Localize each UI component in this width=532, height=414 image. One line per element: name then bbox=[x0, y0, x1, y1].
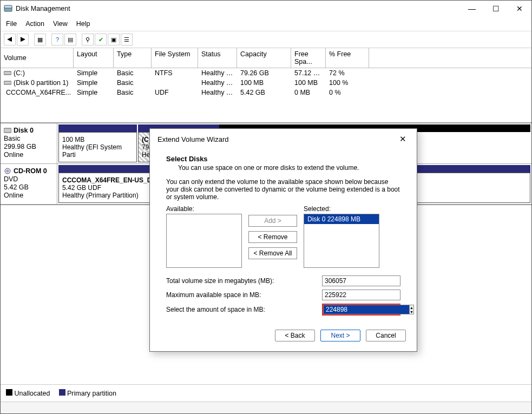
drive-icon bbox=[4, 80, 11, 86]
cancel-button[interactable]: Cancel bbox=[366, 330, 406, 341]
available-label: Available: bbox=[166, 205, 242, 213]
settings-icon[interactable]: ▣ bbox=[108, 34, 120, 45]
app-icon bbox=[4, 4, 12, 13]
menu-file[interactable]: File bbox=[6, 20, 17, 28]
drive-icon bbox=[4, 70, 11, 76]
amount-label: Select the amount of space in MB: bbox=[166, 306, 265, 313]
col-filesystem[interactable]: File System bbox=[152, 48, 198, 68]
svg-point-8 bbox=[7, 170, 9, 172]
help-icon[interactable]: ? bbox=[51, 34, 63, 45]
partition-efi[interactable]: 100 MB Healthy (EFI System Parti bbox=[58, 132, 137, 162]
extend-volume-wizard: Extend Volume Wizard ✕ Select Disks You … bbox=[149, 128, 417, 352]
remove-all-button[interactable]: < Remove All bbox=[248, 247, 297, 259]
total-size-label: Total volume size in megabytes (MB): bbox=[166, 277, 274, 285]
statusbar bbox=[1, 402, 531, 413]
toolbar: ⯇ ⯈ ▦ ? ▤ ⚲ ✔ ▣ ☰ bbox=[1, 31, 531, 48]
titlebar: Disk Management — ☐ ✕ bbox=[1, 1, 531, 17]
wizard-title: Extend Volume Wizard bbox=[157, 135, 229, 143]
next-button[interactable]: Next > bbox=[320, 330, 360, 341]
disk-management-window: Disk Management — ☐ ✕ File Action View H… bbox=[0, 0, 532, 414]
table-row[interactable]: CCCOMA_X64FRE... Simple Basic UDF Health… bbox=[1, 88, 531, 97]
col-status[interactable]: Status bbox=[198, 48, 237, 68]
total-size-value: 306057 bbox=[322, 275, 400, 286]
check-icon[interactable]: ✔ bbox=[95, 34, 107, 45]
selected-label: Selected: bbox=[304, 205, 379, 213]
close-button[interactable]: ✕ bbox=[508, 1, 531, 17]
disc-icon bbox=[4, 168, 11, 174]
col-capacity[interactable]: Capacity bbox=[237, 48, 291, 68]
disk-icon bbox=[4, 127, 11, 134]
selected-item[interactable]: Disk 0 224898 MB bbox=[304, 214, 379, 224]
svg-rect-2 bbox=[4, 71, 11, 75]
app-title: Disk Management bbox=[16, 5, 70, 12]
spin-up-button[interactable]: ▲ bbox=[410, 305, 413, 310]
back-button[interactable]: < Back bbox=[275, 330, 315, 341]
wizard-close-button[interactable]: ✕ bbox=[394, 132, 411, 146]
forward-icon[interactable]: ⯈ bbox=[17, 34, 29, 45]
selected-listbox[interactable]: Disk 0 224898 MB bbox=[304, 214, 379, 268]
col-pctfree[interactable]: % Free bbox=[326, 48, 369, 68]
amount-input[interactable] bbox=[323, 305, 409, 314]
max-space-value: 225922 bbox=[322, 290, 400, 300]
legend: Unallocated Primary partition bbox=[1, 384, 531, 402]
col-type[interactable]: Type bbox=[114, 48, 152, 68]
minimize-button[interactable]: — bbox=[460, 1, 484, 17]
table-row[interactable]: (Disk 0 partition 1) Simple Basic Health… bbox=[1, 78, 531, 88]
properties-icon[interactable]: ☰ bbox=[121, 34, 133, 45]
add-button: Add > bbox=[248, 215, 297, 227]
volume-table: Volume Layout Type File System Status Ca… bbox=[1, 48, 531, 123]
remove-button[interactable]: < Remove bbox=[248, 231, 297, 243]
back-icon[interactable]: ⯇ bbox=[4, 34, 16, 45]
menu-action[interactable]: Action bbox=[25, 20, 44, 28]
menu-view[interactable]: View bbox=[53, 20, 68, 28]
col-layout[interactable]: Layout bbox=[74, 48, 114, 68]
table-row[interactable]: (C:) Simple Basic NTFS Healthy (B... 79.… bbox=[1, 68, 531, 78]
col-free[interactable]: Free Spa... bbox=[291, 48, 326, 68]
table-header: Volume Layout Type File System Status Ca… bbox=[1, 48, 531, 68]
max-space-label: Maximum available space in MB: bbox=[166, 291, 261, 299]
svg-rect-3 bbox=[4, 81, 11, 84]
layout-icon[interactable]: ▤ bbox=[64, 34, 76, 45]
menu-help[interactable]: Help bbox=[76, 20, 90, 28]
col-volume[interactable]: Volume bbox=[1, 48, 74, 68]
refresh-icon[interactable]: ⚲ bbox=[82, 34, 94, 45]
wizard-note: You can only extend the volume to the av… bbox=[166, 178, 400, 201]
wizard-subheading: You can use space on one or more disks t… bbox=[178, 164, 400, 172]
legend-swatch-unallocated bbox=[6, 389, 12, 396]
legend-swatch-primary bbox=[59, 389, 65, 396]
svg-rect-1 bbox=[4, 5, 12, 8]
available-listbox[interactable] bbox=[166, 214, 242, 268]
grid-icon[interactable]: ▦ bbox=[34, 34, 46, 45]
wizard-heading: Select Disks bbox=[166, 155, 400, 163]
maximize-button[interactable]: ☐ bbox=[484, 1, 508, 17]
spin-down-button[interactable]: ▼ bbox=[410, 310, 413, 314]
menubar: File Action View Help bbox=[1, 17, 531, 31]
svg-rect-6 bbox=[4, 128, 11, 133]
